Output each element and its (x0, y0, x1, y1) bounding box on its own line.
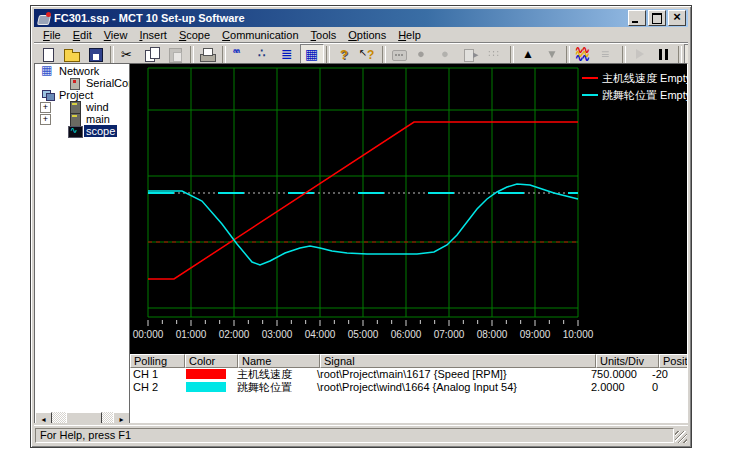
x-tick-label: 06:000 (391, 329, 422, 340)
menu-options[interactable]: Options (342, 28, 392, 42)
menu-bar: FileEditViewInsertScopeCommunicationTool… (34, 27, 688, 42)
x-tick-label: 09:000 (520, 329, 551, 340)
column-header-units-div[interactable]: Units/Div (596, 354, 659, 368)
menu-file[interactable]: File (37, 28, 67, 42)
table-row[interactable]: CH 1主机线速度\root\Project\main\1617 {Speed … (130, 368, 687, 381)
menu-communication[interactable]: Communication (216, 28, 304, 42)
tree-item-scope[interactable]: scope (35, 125, 130, 137)
menu-edit[interactable]: Edit (67, 28, 98, 42)
menu-help[interactable]: Help (392, 28, 427, 42)
toolbar-separator (326, 46, 330, 64)
status-bar: For Help, press F1 (34, 425, 688, 444)
window-title: FC301.ssp - MCT 10 Set-up Software (54, 12, 628, 24)
drive-icon (68, 101, 82, 113)
channel-table: PollingColorNameSignalUnits/DivPositionC… (130, 354, 687, 427)
x-tick-label: 08:000 (477, 329, 508, 340)
minimize-button[interactable] (628, 10, 646, 26)
channel-color-swatch (186, 382, 226, 392)
column-header-signal[interactable]: Signal (320, 354, 596, 368)
screen: FC301.ssp - MCT 10 Set-up Software FileE… (0, 0, 751, 452)
scope-plot[interactable]: 00:00001:00002:00003:00004:00005:00006:0… (130, 64, 688, 354)
channel-color-swatch (186, 369, 226, 379)
project-icon (41, 89, 55, 101)
cell-position: -20 (649, 368, 688, 381)
scope-pane: 00:00001:00002:00003:00004:00005:00006:0… (129, 63, 688, 428)
maximize-button[interactable] (648, 10, 666, 26)
cell-signal: \root\Project\wind\1664 {Analog Input 54… (314, 381, 588, 394)
cell-name: 主机线速度 (234, 368, 314, 381)
expand-icon[interactable]: + (40, 114, 51, 125)
column-header-position[interactable]: Position (659, 354, 688, 368)
cell-polling: CH 1 (130, 368, 183, 381)
cell-position: 0 (649, 381, 688, 394)
toolbar-separator (222, 46, 226, 64)
x-tick-label: 00:000 (133, 329, 164, 340)
toolbar-separator (622, 46, 626, 64)
tree-item-label: scope (84, 125, 117, 137)
close-button[interactable] (668, 10, 686, 26)
tree-item-label: wind (84, 101, 111, 113)
serial-icon (68, 77, 82, 89)
tree-item-label: Network (57, 65, 101, 77)
tree-item-serialcom[interactable]: SerialCom (35, 77, 130, 89)
project-tree: NetworkSerialComProject+wind+mainscope (35, 65, 130, 411)
cell-units-div: 2.0000 (588, 381, 649, 394)
app-window: FC301.ssp - MCT 10 Set-up Software FileE… (30, 5, 692, 448)
x-tick-label: 07:000 (434, 329, 465, 340)
cell-polling: CH 2 (130, 381, 183, 394)
x-tick-label: 03:000 (262, 329, 293, 340)
x-tick-label: 02:000 (219, 329, 250, 340)
table-header-row: PollingColorNameSignalUnits/DivPosition (130, 354, 687, 368)
x-tick-label: 10:000 (563, 329, 594, 340)
menu-scope[interactable]: Scope (173, 28, 216, 42)
toolbar-separator (190, 46, 194, 64)
table-row[interactable]: CH 2跳舞轮位置\root\Project\wind\1664 {Analog… (130, 381, 687, 394)
column-header-name[interactable]: Name (238, 354, 320, 368)
menu-tools[interactable]: Tools (305, 28, 343, 42)
cell-signal: \root\Project\main\1617 {Speed [RPM]} (314, 368, 588, 381)
tree-item-project[interactable]: Project (35, 89, 130, 101)
cell-units-div: 750.0000 (588, 368, 649, 381)
legend-entry: 主机线速度 Empty (602, 72, 688, 84)
title-bar[interactable]: FC301.ssp - MCT 10 Set-up Software (34, 9, 688, 27)
menu-view[interactable]: View (98, 28, 134, 42)
network-icon (41, 65, 55, 77)
legend-entry: 跳舞轮位置 Empty (602, 89, 688, 101)
scope-canvas[interactable]: 00:00001:00002:00003:00004:00005:00006:0… (130, 64, 688, 354)
x-tick-label: 04:000 (305, 329, 336, 340)
color-cell (183, 381, 234, 394)
color-cell (183, 368, 234, 381)
column-header-color[interactable]: Color (185, 354, 238, 368)
tree-item-main[interactable]: +main (35, 113, 130, 125)
expand-icon[interactable]: + (40, 102, 51, 113)
toolbar-separator (510, 46, 514, 64)
app-icon (37, 12, 51, 25)
toolbar-separator (566, 46, 570, 64)
toolbar-separator (110, 46, 114, 64)
status-text: For Help, press F1 (35, 428, 674, 443)
column-header-polling[interactable]: Polling (130, 354, 185, 368)
tree-item-label: Project (57, 89, 95, 101)
x-tick-label: 01:000 (176, 329, 207, 340)
scope-icon (68, 125, 82, 137)
tree-item-wind[interactable]: +wind (35, 101, 130, 113)
toolbar-separator (678, 46, 682, 64)
resize-grip[interactable] (675, 431, 687, 443)
cell-name: 跳舞轮位置 (234, 381, 314, 394)
tree-item-label: SerialCom (84, 77, 130, 89)
menu-insert[interactable]: Insert (133, 28, 173, 42)
x-tick-label: 05:000 (348, 329, 379, 340)
project-tree-pane: NetworkSerialComProject+wind+mainscope ◂… (34, 63, 131, 428)
tree-item-network[interactable]: Network (35, 65, 130, 77)
tree-item-label: main (84, 113, 112, 125)
toolbar-separator (382, 46, 386, 64)
